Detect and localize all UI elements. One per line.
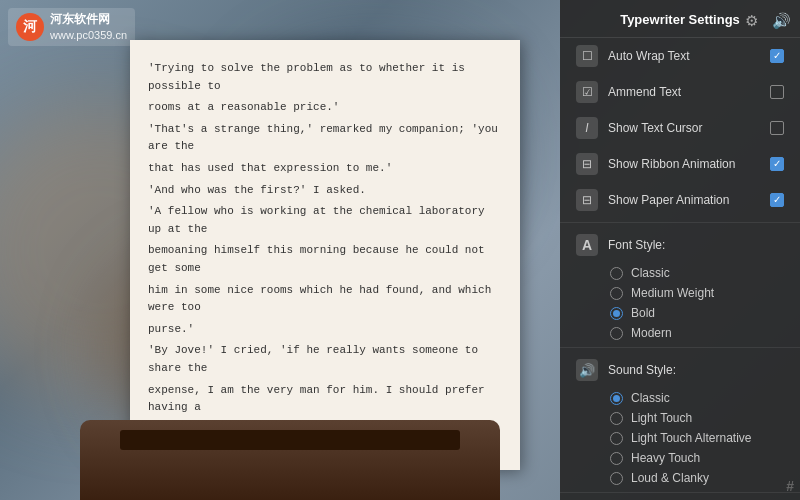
- sound-classic-label: Classic: [631, 391, 670, 405]
- paper-text-line: 'A fellow who is working at the chemical…: [148, 203, 502, 238]
- show-paper-animation-checkbox[interactable]: [770, 193, 784, 207]
- show-text-cursor-row: I Show Text Cursor: [560, 110, 800, 146]
- ammend-text-row: ☑ Ammend Text: [560, 74, 800, 110]
- font-style-icon: A: [576, 234, 598, 256]
- sound-light-alt-radio[interactable]: [610, 432, 623, 445]
- sound-icon[interactable]: 🔊: [770, 10, 792, 32]
- show-text-cursor-icon: I: [576, 117, 598, 139]
- font-classic-option[interactable]: Classic: [560, 263, 800, 283]
- show-text-cursor-checkbox[interactable]: [770, 121, 784, 135]
- sound-classic-radio[interactable]: [610, 392, 623, 405]
- paper-text-line: purse.': [148, 321, 502, 339]
- font-style-row: A Font Style:: [560, 227, 800, 263]
- font-bold-label: Bold: [631, 306, 655, 320]
- ammend-text-checkbox[interactable]: [770, 85, 784, 99]
- sound-light-option[interactable]: Light Touch: [560, 408, 800, 428]
- sound-light-label: Light Touch: [631, 411, 692, 425]
- show-paper-animation-label: Show Paper Animation: [608, 193, 760, 207]
- font-modern-label: Modern: [631, 326, 672, 340]
- auto-wrap-text-label: Auto Wrap Text: [608, 49, 760, 63]
- paper-document: 'Trying to solve the problem as to wheth…: [130, 40, 520, 470]
- auto-wrap-text-icon: ☐: [576, 45, 598, 67]
- sound-style-section-label: Sound Style:: [608, 363, 784, 377]
- paper-text-line: rooms at a reasonable price.': [148, 99, 502, 117]
- typewriter-machine: [80, 420, 500, 500]
- gear-icon[interactable]: ⚙: [740, 10, 762, 32]
- font-medium-radio[interactable]: [610, 287, 623, 300]
- sound-loud-label: Loud & Clanky: [631, 471, 709, 485]
- divider-3: [560, 492, 800, 493]
- settings-panel: Typewriter Settings ⚙ 🔊 ☐ Auto Wrap Text…: [560, 0, 800, 500]
- paper-text-line: him in some nice rooms which he had foun…: [148, 282, 502, 317]
- sound-light-alt-label: Light Touch Alternative: [631, 431, 752, 445]
- paper-content: 'Trying to solve the problem as to wheth…: [130, 40, 520, 462]
- paper-text-line: 'And who was the first?' I asked.: [148, 182, 502, 200]
- sound-style-icon: 🔊: [576, 359, 598, 381]
- font-style-section-label: Font Style:: [608, 238, 784, 252]
- font-classic-label: Classic: [631, 266, 670, 280]
- font-bold-radio[interactable]: [610, 307, 623, 320]
- paper-text-line: that has used that expression to me.': [148, 160, 502, 178]
- paper-text-line: expense, I am the very man for him. I sh…: [148, 382, 502, 417]
- font-medium-option[interactable]: Medium Weight: [560, 283, 800, 303]
- settings-top-icons: ⚙ 🔊: [740, 10, 792, 32]
- show-ribbon-animation-icon: ⊟: [576, 153, 598, 175]
- font-medium-label: Medium Weight: [631, 286, 714, 300]
- font-bold-option[interactable]: Bold: [560, 303, 800, 323]
- sound-classic-option[interactable]: Classic: [560, 388, 800, 408]
- sound-heavy-radio[interactable]: [610, 452, 623, 465]
- show-text-cursor-label: Show Text Cursor: [608, 121, 760, 135]
- watermark-icon: 河: [16, 13, 44, 41]
- auto-wrap-text-checkbox[interactable]: [770, 49, 784, 63]
- sound-heavy-label: Heavy Touch: [631, 451, 700, 465]
- auto-wrap-text-row: ☐ Auto Wrap Text: [560, 38, 800, 74]
- watermark: 河 河东软件网 www.pc0359.cn: [8, 8, 135, 46]
- paper-text-line: 'Trying to solve the problem as to wheth…: [148, 60, 502, 95]
- paper-text-line: 'That's a strange thing,' remarked my co…: [148, 121, 502, 156]
- paper-text-line: bemoaning himself this morning because h…: [148, 242, 502, 277]
- paper-text-line: 'By Jove!' I cried, 'if he really wants …: [148, 342, 502, 377]
- font-modern-radio[interactable]: [610, 327, 623, 340]
- sound-loud-option[interactable]: Loud & Clanky: [560, 468, 800, 488]
- watermark-text: 河东软件网 www.pc0359.cn: [50, 12, 127, 42]
- show-paper-animation-row: ⊟ Show Paper Animation: [560, 182, 800, 218]
- divider-2: [560, 347, 800, 348]
- sound-loud-radio[interactable]: [610, 472, 623, 485]
- sound-style-row: 🔊 Sound Style:: [560, 352, 800, 388]
- ammend-text-icon: ☑: [576, 81, 598, 103]
- sound-light-radio[interactable]: [610, 412, 623, 425]
- ammend-text-label: Ammend Text: [608, 85, 760, 99]
- hash-label: #: [786, 478, 794, 494]
- font-classic-radio[interactable]: [610, 267, 623, 280]
- show-ribbon-animation-row: ⊟ Show Ribbon Animation: [560, 146, 800, 182]
- divider-1: [560, 222, 800, 223]
- show-ribbon-animation-label: Show Ribbon Animation: [608, 157, 760, 171]
- show-paper-animation-icon: ⊟: [576, 189, 598, 211]
- font-modern-option[interactable]: Modern: [560, 323, 800, 343]
- sound-light-alt-option[interactable]: Light Touch Alternative: [560, 428, 800, 448]
- show-ribbon-animation-checkbox[interactable]: [770, 157, 784, 171]
- sound-heavy-option[interactable]: Heavy Touch: [560, 448, 800, 468]
